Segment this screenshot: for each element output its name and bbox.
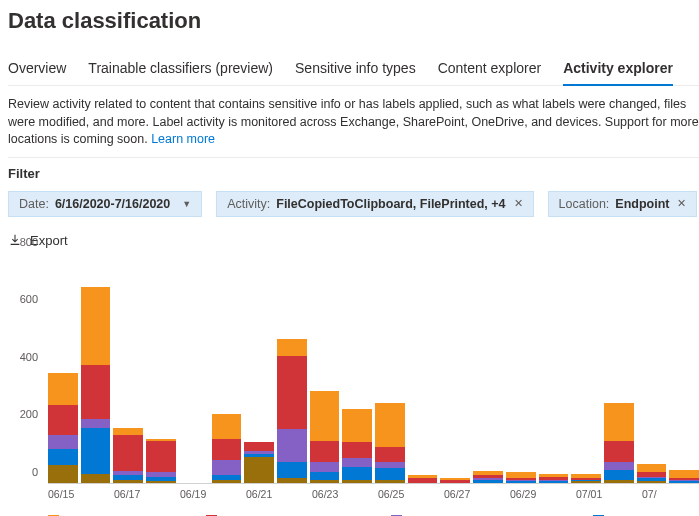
tab-sensitive-info-types[interactable]: Sensitive info types <box>295 56 416 85</box>
bar[interactable] <box>571 474 601 483</box>
filter-pill-location[interactable]: Location: Endpoint✕ <box>548 191 698 217</box>
bar[interactable] <box>48 373 78 482</box>
close-icon[interactable]: ✕ <box>514 197 523 210</box>
bar-segment-network <box>408 478 438 482</box>
bar[interactable] <box>146 439 176 482</box>
bar[interactable] <box>473 471 503 483</box>
filter-pill-activity[interactable]: Activity: FileCopiedToClipboard, FilePri… <box>216 191 533 217</box>
y-tick: 400 <box>20 351 38 363</box>
bar-segment-unallowed <box>81 428 111 474</box>
bar-segment-clipboard <box>81 287 111 365</box>
bar[interactable] <box>342 409 372 482</box>
x-tick: 06/17 <box>114 488 177 500</box>
x-tick: 06/15 <box>48 488 111 500</box>
bar[interactable] <box>81 287 111 483</box>
bar-segment-removable <box>310 462 340 472</box>
bar-segment-network <box>604 441 634 463</box>
bar-segment-removable <box>81 419 111 428</box>
bar[interactable] <box>244 442 274 482</box>
bar-segment-removable <box>604 462 634 469</box>
export-button[interactable]: Export <box>8 233 699 248</box>
bar-segment-printed <box>342 480 372 483</box>
bar-segment-printed <box>48 465 78 482</box>
bar-segment-network <box>277 356 307 429</box>
bar-segment-unallowed <box>473 480 503 483</box>
tab-activity-explorer[interactable]: Activity explorer <box>563 56 673 86</box>
bar-segment-printed <box>212 480 242 483</box>
bar-segment-unallowed <box>539 481 569 482</box>
bar[interactable] <box>637 464 667 483</box>
bar-segment-clipboard <box>637 464 667 473</box>
learn-more-link[interactable]: Learn more <box>151 132 215 146</box>
bar[interactable] <box>212 414 242 483</box>
activity-chart: 0200400600800 06/1506/1706/1906/2106/230… <box>12 254 699 517</box>
bar[interactable] <box>506 472 536 482</box>
bar[interactable] <box>375 403 405 482</box>
bar-segment-network <box>146 441 176 473</box>
bar[interactable] <box>113 428 143 483</box>
bar-segment-unallowed <box>342 467 372 480</box>
filter-heading: Filter <box>8 166 699 181</box>
bar-segment-printed <box>310 480 340 483</box>
bar-segment-clipboard <box>113 428 143 435</box>
bar-segment-network <box>375 447 405 463</box>
tab-bar: OverviewTrainable classifiers (preview)S… <box>8 56 699 86</box>
bar[interactable] <box>539 474 569 483</box>
close-icon[interactable]: ✕ <box>677 197 686 210</box>
bar-segment-network <box>440 480 470 483</box>
bar-segment-clipboard <box>310 391 340 441</box>
bar-segment-unallowed <box>48 449 78 465</box>
bar-segment-network <box>310 441 340 463</box>
bar-segment-clipboard <box>604 403 634 440</box>
divider <box>8 157 699 158</box>
bar-segment-removable <box>212 460 242 476</box>
bar-segment-clipboard <box>375 403 405 446</box>
page-title: Data classification <box>8 8 699 34</box>
y-tick: 200 <box>20 408 38 420</box>
description-text: Review activity related to content that … <box>8 96 699 149</box>
bar-segment-network <box>81 365 111 420</box>
tab-content-explorer[interactable]: Content explorer <box>438 56 542 85</box>
bar-segment-printed <box>113 480 143 483</box>
x-tick: 06/25 <box>378 488 441 500</box>
bar[interactable] <box>310 391 340 483</box>
bar-segment-network <box>244 442 274 451</box>
bar-segment-unallowed <box>506 481 536 482</box>
bar-segment-clipboard <box>277 339 307 356</box>
filter-pill-date[interactable]: Date: 6/16/2020-7/16/2020▼ <box>8 191 202 217</box>
x-tick: 07/01 <box>576 488 639 500</box>
bar[interactable] <box>408 475 438 482</box>
bar-segment-unallowed <box>310 472 340 479</box>
x-tick: 06/27 <box>444 488 507 500</box>
bar-segment-printed <box>146 481 176 482</box>
bar-segment-clipboard <box>212 414 242 440</box>
bar-segment-unallowed <box>604 470 634 480</box>
bar-segment-network <box>113 435 143 471</box>
bar-segment-unallowed <box>277 462 307 478</box>
bar-segment-printed <box>81 474 111 483</box>
tab-trainable-classifiers-preview-[interactable]: Trainable classifiers (preview) <box>88 56 273 85</box>
x-tick: 06/21 <box>246 488 309 500</box>
bar[interactable] <box>669 470 699 483</box>
bar-segment-network <box>342 442 372 458</box>
bar-segment-printed <box>277 478 307 482</box>
tab-overview[interactable]: Overview <box>8 56 66 85</box>
bar-segment-clipboard <box>48 373 78 405</box>
y-tick: 0 <box>32 466 38 478</box>
filter-row: Date: 6/16/2020-7/16/2020▼Activity: File… <box>8 191 699 217</box>
y-tick: 800 <box>20 236 38 248</box>
chevron-down-icon: ▼ <box>182 199 191 209</box>
bar-segment-network <box>48 405 78 435</box>
bar-segment-network <box>212 439 242 459</box>
bar-segment-clipboard <box>669 470 699 479</box>
x-tick: 06/29 <box>510 488 573 500</box>
bar-segment-printed <box>244 457 274 483</box>
x-tick: 06/23 <box>312 488 375 500</box>
bar[interactable] <box>277 339 307 483</box>
bar[interactable] <box>604 403 634 482</box>
bar-segment-clipboard <box>342 409 372 442</box>
bar-segment-removable <box>48 435 78 449</box>
bar[interactable] <box>440 478 470 482</box>
x-tick: 06/19 <box>180 488 243 500</box>
bar-segment-printed <box>604 480 634 483</box>
